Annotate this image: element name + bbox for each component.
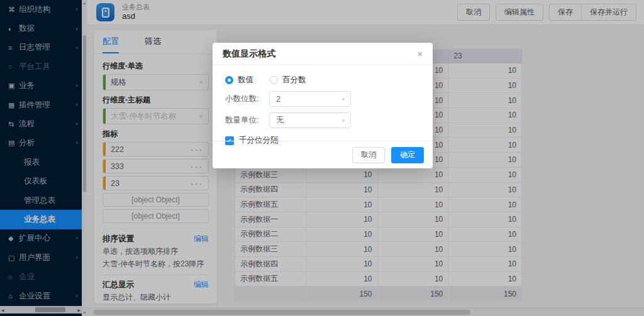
radio-icon (225, 76, 233, 84)
modal-body: 数值 百分数 小数位数: 2 ∨ 数量单位: 无 ∨ (213, 65, 433, 146)
radio-percent[interactable]: 百分数 (270, 75, 306, 85)
modal-header: 数值显示格式 × (213, 43, 433, 65)
unit-label: 数量单位: (225, 115, 269, 126)
decimal-places-label: 小数位数: (225, 94, 269, 104)
app-window: ⌘ 组织结构 ∨ ◐ 数据 ∨ ≡ 日志管理 ∨ ○ 平台工具 (0, 0, 644, 316)
modal-cancel-button[interactable]: 取消 (352, 147, 385, 163)
number-format-modal: 数值显示格式 × 数值 百分数 小数位数: 2 ∨ (213, 43, 433, 168)
modal-title: 数值显示格式 (223, 48, 275, 60)
unit-row: 数量单位: 无 ∨ (225, 112, 420, 128)
unit-select[interactable]: 无 ∨ (269, 112, 351, 128)
radio-icon (270, 76, 278, 84)
select-value: 无 (276, 115, 341, 126)
radio-numeric[interactable]: 数值 (225, 75, 253, 85)
modal-ok-button[interactable]: 确定 (391, 147, 424, 163)
radio-label: 数值 (238, 75, 253, 85)
chevron-down-icon: ∨ (341, 118, 345, 123)
decimal-places-select[interactable]: 2 ∨ (269, 91, 351, 107)
decimal-places-row: 小数位数: 2 ∨ (225, 91, 420, 107)
modal-footer: 取消 确定 (213, 141, 433, 168)
close-icon[interactable]: × (417, 49, 423, 58)
chevron-down-icon: ∨ (341, 97, 345, 102)
radio-label: 百分数 (282, 75, 306, 85)
select-value: 2 (276, 95, 341, 104)
format-radio-group: 数值 百分数 (225, 75, 420, 85)
